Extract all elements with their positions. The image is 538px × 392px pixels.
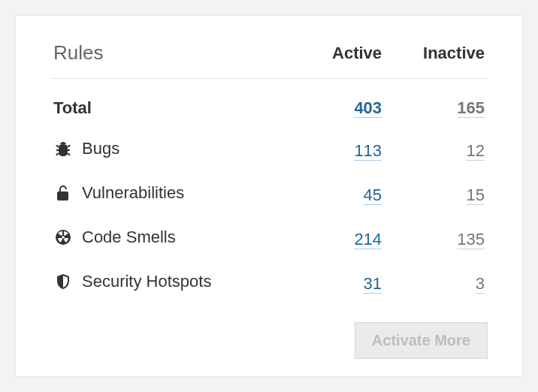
rules-title: Rules	[50, 37, 300, 79]
row-vulnerabilities-label: Vulnerabilities	[82, 183, 184, 203]
row-bugs-label: Bugs	[82, 139, 119, 158]
radiation-icon	[53, 228, 73, 247]
rules-summary-card: Rules Active Inactive Total 403 165 Bugs	[15, 15, 523, 377]
row-total: Total 403 165	[50, 79, 488, 129]
row-code-smells-inactive-link[interactable]: 135	[457, 230, 485, 249]
row-bugs: Bugs 113 12	[50, 128, 488, 173]
row-security-hotspots-label: Security Hotspots	[82, 272, 211, 291]
row-bugs-inactive-link[interactable]: 12	[467, 141, 485, 161]
unlock-icon	[53, 183, 73, 203]
row-vulnerabilities-inactive-link[interactable]: 15	[467, 185, 485, 205]
column-header-active: Active	[300, 37, 385, 79]
row-code-smells: Code Smells 214 135	[50, 217, 488, 261]
row-vulnerabilities-active-link[interactable]: 45	[364, 185, 382, 205]
row-bugs-active-link[interactable]: 113	[354, 141, 382, 161]
card-footer: Activate More	[50, 322, 488, 359]
column-header-inactive: Inactive	[385, 37, 488, 79]
row-total-active-link[interactable]: 403	[354, 98, 382, 118]
bug-icon	[53, 139, 73, 158]
row-code-smells-active-link[interactable]: 214	[354, 230, 382, 249]
activate-more-button[interactable]: Activate More	[355, 322, 488, 359]
shield-icon	[53, 272, 73, 291]
rules-table: Rules Active Inactive Total 403 165 Bugs	[50, 37, 488, 306]
row-vulnerabilities: Vulnerabilities 45 15	[50, 173, 488, 217]
table-header-row: Rules Active Inactive	[50, 37, 488, 79]
row-security-hotspots: Security Hotspots 31 3	[50, 261, 488, 306]
row-code-smells-label: Code Smells	[82, 228, 176, 247]
row-total-label: Total	[50, 79, 300, 129]
row-total-inactive-link[interactable]: 165	[457, 98, 485, 118]
row-security-hotspots-active-link[interactable]: 31	[364, 274, 382, 294]
row-security-hotspots-inactive-link[interactable]: 3	[476, 274, 485, 294]
